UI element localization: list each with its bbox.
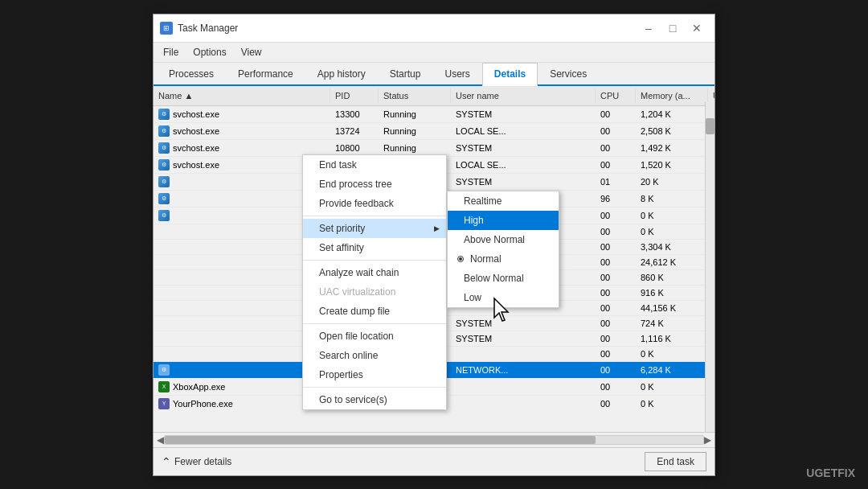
ctx-go-to-service[interactable]: Go to service(s) bbox=[303, 390, 446, 409]
process-icon: ⚙ bbox=[158, 125, 170, 137]
submenu-normal[interactable]: Normal bbox=[448, 249, 559, 269]
ctx-separator bbox=[303, 216, 446, 216]
cell-memory: 20 K bbox=[636, 174, 708, 190]
end-task-button[interactable]: End task bbox=[645, 452, 706, 471]
tab-processes[interactable]: Processes bbox=[157, 63, 226, 84]
menu-file[interactable]: File bbox=[157, 44, 185, 60]
menu-options[interactable]: Options bbox=[186, 44, 232, 60]
process-icon: ⚙ bbox=[158, 193, 170, 204]
ctx-separator bbox=[303, 323, 446, 324]
col-cpu[interactable]: CPU bbox=[596, 88, 636, 103]
cell-memory: 0 K bbox=[636, 396, 708, 412]
ctx-separator bbox=[303, 260, 446, 261]
cell-memory: 0 K bbox=[636, 224, 708, 239]
ctx-create-dump-file[interactable]: Create dump file bbox=[303, 302, 446, 321]
scroll-left-btn[interactable]: ◀ bbox=[157, 434, 164, 446]
ctx-properties[interactable]: Properties bbox=[303, 365, 446, 384]
submenu-high[interactable]: High bbox=[448, 211, 559, 230]
col-uac[interactable]: UAC v ▲ bbox=[708, 88, 714, 103]
col-pid[interactable]: PID bbox=[330, 88, 379, 103]
minimize-button[interactable]: – bbox=[637, 19, 660, 37]
cell-memory: 0 K bbox=[636, 347, 708, 361]
vertical-scrollbar[interactable] bbox=[705, 102, 714, 432]
submenu-low[interactable]: Low bbox=[448, 288, 559, 307]
cell-cpu: 00 bbox=[596, 396, 636, 412]
cell-cpu: 01 bbox=[596, 174, 636, 190]
menu-bar: File Options View bbox=[154, 43, 714, 63]
submenu-above-normal[interactable]: Above Normal bbox=[448, 230, 559, 249]
cell-user: LOCAL SE... bbox=[451, 123, 596, 139]
cell-memory: 44,156 K bbox=[636, 301, 708, 315]
cell-user: LOCAL SE... bbox=[451, 157, 596, 173]
cell-cpu: 00 bbox=[596, 157, 636, 173]
cell-cpu: 00 bbox=[596, 301, 636, 315]
col-memory[interactable]: Memory (a... bbox=[636, 88, 708, 103]
process-icon: Y bbox=[158, 398, 170, 409]
submenu-realtime[interactable]: Realtime bbox=[448, 191, 559, 211]
ctx-analyze-wait-chain[interactable]: Analyze wait chain bbox=[303, 263, 446, 282]
process-icon: ⚙ bbox=[158, 176, 170, 187]
cell-cpu: 00 bbox=[596, 140, 636, 156]
cell-pid: 10800 bbox=[330, 140, 379, 156]
scroll-right-btn[interactable]: ▶ bbox=[704, 434, 711, 446]
cell-memory: 1,520 K bbox=[636, 157, 708, 173]
chevron-up-icon: ⌃ bbox=[162, 455, 171, 468]
cell-pid: 13724 bbox=[330, 123, 379, 139]
tab-app-history[interactable]: App history bbox=[305, 63, 378, 84]
table-header: Name ▲ PID Status User name CPU Memory (… bbox=[154, 86, 714, 106]
horizontal-scrollbar[interactable] bbox=[164, 435, 704, 445]
cell-user: SYSTEM bbox=[451, 331, 596, 346]
col-name[interactable]: Name ▲ bbox=[154, 88, 330, 103]
ctx-search-online[interactable]: Search online bbox=[303, 346, 446, 365]
maximize-button[interactable]: □ bbox=[661, 19, 684, 37]
table-container: Name ▲ PID Status User name CPU Memory (… bbox=[154, 86, 714, 432]
process-icon: X bbox=[158, 381, 170, 392]
cell-cpu: 00 bbox=[596, 240, 636, 254]
cell-memory: 3,304 K bbox=[636, 240, 708, 254]
cell-memory: 2,508 K bbox=[636, 123, 708, 139]
ctx-end-task[interactable]: End task bbox=[303, 155, 446, 175]
process-icon: ⚙ bbox=[158, 364, 170, 376]
cell-memory: 6,284 K bbox=[636, 362, 708, 378]
fewer-details-button[interactable]: ⌃ Fewer details bbox=[162, 455, 231, 468]
window-controls: – □ ✕ bbox=[637, 19, 708, 37]
cell-memory: 8 K bbox=[636, 191, 708, 207]
cell-user: SYSTEM bbox=[451, 316, 596, 331]
title-bar-left: ⊞ Task Manager bbox=[160, 22, 238, 35]
table-row[interactable]: ⚙svchost.exe 13724 Running LOCAL SE... 0… bbox=[154, 123, 714, 140]
table-row[interactable]: ⚙svchost.exe 13300 Running SYSTEM 00 1,2… bbox=[154, 106, 714, 123]
tab-users[interactable]: Users bbox=[432, 63, 481, 84]
title-bar: ⊞ Task Manager – □ ✕ bbox=[154, 14, 714, 43]
task-manager-window: ⊞ Task Manager – □ ✕ File Options View P… bbox=[153, 14, 715, 476]
tab-services[interactable]: Services bbox=[538, 63, 599, 84]
h-scroll-thumb[interactable] bbox=[165, 436, 596, 444]
cell-user bbox=[451, 347, 596, 361]
ctx-open-file-location[interactable]: Open file location bbox=[303, 327, 446, 346]
ctx-end-process-tree[interactable]: End process tree bbox=[303, 175, 446, 194]
tab-bar: Processes Performance App history Startu… bbox=[154, 63, 714, 86]
tab-details[interactable]: Details bbox=[482, 63, 538, 86]
process-icon: ⚙ bbox=[158, 109, 170, 120]
ctx-separator bbox=[303, 387, 446, 388]
cell-cpu: 00 bbox=[596, 255, 636, 269]
submenu-below-normal[interactable]: Below Normal bbox=[448, 269, 559, 288]
ctx-set-priority[interactable]: Set priority bbox=[303, 219, 446, 238]
scrollbar-thumb[interactable] bbox=[706, 118, 714, 134]
cell-memory: 1,492 K bbox=[636, 140, 708, 156]
menu-view[interactable]: View bbox=[235, 44, 268, 60]
app-icon: ⊞ bbox=[160, 22, 173, 35]
cell-cpu: 00 bbox=[596, 362, 636, 378]
ctx-set-affinity[interactable]: Set affinity bbox=[303, 238, 446, 257]
cell-status: Running bbox=[379, 123, 451, 139]
cell-cpu: 00 bbox=[596, 208, 636, 224]
tab-performance[interactable]: Performance bbox=[226, 63, 305, 84]
tab-startup[interactable]: Startup bbox=[378, 63, 433, 84]
ctx-provide-feedback[interactable]: Provide feedback bbox=[303, 194, 446, 213]
cell-memory: 24,612 K bbox=[636, 255, 708, 269]
col-user[interactable]: User name bbox=[451, 88, 596, 103]
close-button[interactable]: ✕ bbox=[686, 19, 708, 37]
context-menu: End task End process tree Provide feedba… bbox=[302, 154, 447, 410]
radio-normal bbox=[457, 256, 464, 262]
cell-cpu: 00 bbox=[596, 106, 636, 122]
col-status[interactable]: Status bbox=[379, 88, 451, 103]
